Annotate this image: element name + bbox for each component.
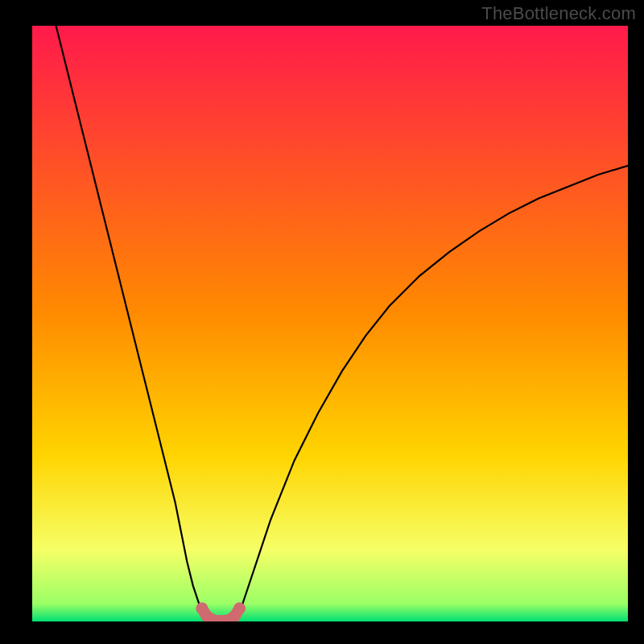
plot-area	[32, 26, 628, 621]
chart-frame: TheBottleneck.com	[0, 0, 644, 644]
bottom-marker-dot	[233, 602, 246, 614]
plot-svg	[32, 26, 628, 621]
gradient-background	[32, 26, 628, 621]
watermark-text: TheBottleneck.com	[481, 3, 636, 24]
